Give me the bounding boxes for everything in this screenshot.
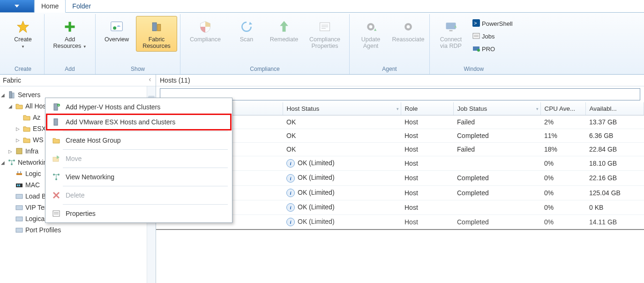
menu-item-add-vmware[interactable]: Add VMware ESX Hosts and Clusters [47,115,231,130]
remediate-button[interactable]: Remediate [266,16,302,45]
menu-icon [52,191,61,200]
jobs-button[interactable]: Jobs [470,31,515,42]
add-resources-label: Add Resources [53,36,81,49]
svg-point-4 [113,26,116,30]
context-menu[interactable]: +Add Hyper-V Hosts and ClustersAdd VMwar… [45,98,232,223]
pro-button[interactable]: PRO [470,43,515,55]
powershell-button[interactable]: > PowerShell [470,18,515,30]
overview-button[interactable]: Overview [98,16,135,45]
menu-label: Add VMware ESX Hosts and Clusters [66,118,175,126]
compliance-properties-button[interactable]: Compliance Properties [303,16,346,52]
tree-label: Port Profiles [25,226,61,234]
tree-icon [22,136,31,144]
star-icon [15,18,31,35]
cell-role: Host [401,215,453,230]
menu-separator [63,131,228,131]
expander-icon[interactable]: ▷ [15,126,21,131]
menu-item-add-hyperv[interactable]: +Add Hyper-V Hosts and Clusters [47,99,231,115]
fabric-resources-button[interactable]: Fabric Resources [136,16,177,52]
svg-rect-38 [17,184,18,186]
tree-node-port-profiles[interactable]: Port Profiles [0,224,156,236]
fabric-resources-icon [148,18,165,35]
cell-role: Host [401,171,453,185]
cell-status: OK [283,129,401,143]
cell-cpu: 0% [540,215,585,230]
group-label-agent: Agent [352,65,427,74]
tree-icon [15,214,23,223]
menu-item-move: Move [47,151,231,166]
update-agent-button[interactable]: Update Agent [352,16,389,52]
add-resources-button[interactable]: Add Resources ▼ [47,16,92,53]
app-menu-button[interactable] [0,0,34,12]
column-header[interactable]: Host Status▾ [283,102,401,115]
cell-avail: 125.04 GB [585,185,644,200]
tree-label: Logic [25,170,41,177]
scan-label: Scan [240,36,254,43]
column-header[interactable]: Job Status▾ [453,102,540,115]
info-icon: i [286,159,295,168]
info-icon: i [286,189,295,197]
filter-icon[interactable]: ▾ [397,107,399,111]
menu-item-view-net[interactable]: View Networking [47,169,231,184]
column-header[interactable]: Role [401,102,453,115]
sidebar-header: Fabric › [0,75,156,86]
menu-separator [63,186,228,186]
tree-label: Az [33,114,40,121]
tab-folder[interactable]: Folder [66,0,97,12]
menu-icon [52,154,61,163]
cell-avail: 6.36 GB [585,129,644,143]
hosts-title: Hosts (11) [156,75,644,86]
filter-icon[interactable]: ▾ [536,107,539,111]
svg-rect-6 [157,24,161,31]
jobs-icon [472,32,480,41]
cell-status: iOK (Limited) [283,171,401,185]
tab-home[interactable]: Home [34,0,66,13]
expander-icon[interactable]: ◢ [0,160,6,165]
create-label: Create [14,36,32,43]
expander-icon[interactable]: ◢ [0,92,6,98]
jobs-label: Jobs [482,33,494,40]
connect-rdp-button[interactable]: Connect via RDP [433,16,469,52]
expander-icon[interactable]: ◢ [7,104,13,109]
fabric-resources-label: Fabric Resources [142,36,171,49]
cell-role: Host [401,185,453,200]
sidebar-collapse-button[interactable]: › [147,77,153,83]
properties-icon [316,18,333,35]
cell-job [453,156,540,171]
column-header[interactable]: Availabl... [585,102,644,115]
svg-rect-34 [16,173,22,175]
svg-point-14 [369,25,373,29]
cell-role: Host [401,200,453,214]
create-button[interactable]: Create▼ [5,16,41,53]
svg-rect-5 [152,23,157,31]
expander-icon[interactable]: ▷ [15,138,21,143]
cell-role: Host [401,129,453,143]
svg-rect-43 [16,228,22,232]
pro-icon [472,45,480,54]
cell-avail: 14.11 GB [585,215,644,230]
svg-rect-2 [65,25,75,28]
svg-rect-28 [9,92,12,98]
plus-icon [61,18,78,35]
cell-role: Host [401,156,453,171]
cell-job [453,200,540,214]
tree-label: ESX [33,125,46,132]
cell-cpu: 0% [540,171,585,185]
svg-rect-42 [16,217,22,221]
tree-icon [15,226,23,234]
menu-label: Create Host Group [66,137,121,144]
compliance-properties-label: Compliance Properties [309,36,340,49]
cell-job: Completed [453,215,540,230]
reassociate-button[interactable]: Reassociate [390,16,427,45]
svg-text:+: + [58,104,60,107]
svg-marker-8 [280,21,288,32]
menu-item-create-hg[interactable]: Create Host Group [47,133,231,148]
shield-icon [197,18,214,35]
column-header[interactable]: CPU Ave... [540,102,585,115]
cell-job: Completed [453,129,540,143]
scan-button[interactable]: Scan [228,16,265,45]
cell-status: iOK (Limited) [283,156,401,171]
compliance-button[interactable]: Compliance [183,16,227,45]
menu-item-properties[interactable]: Properties [47,206,231,221]
expander-icon[interactable]: ▷ [7,149,13,154]
